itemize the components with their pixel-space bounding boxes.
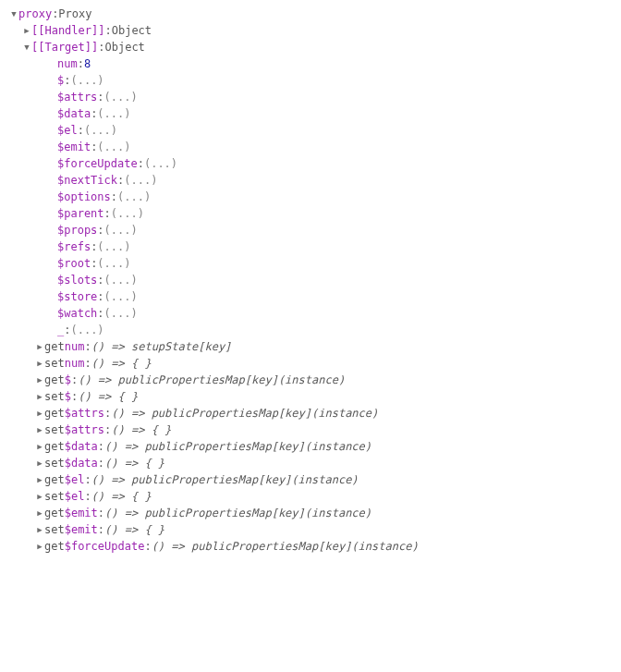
tree-row-accessor[interactable]: ▶set $data: () => { } <box>9 455 612 471</box>
tree-row-accessor[interactable]: ▶set $el: () => { } <box>9 488 612 505</box>
accessor-name: $emit <box>65 521 98 538</box>
tree-row-num[interactable]: num : 8 <box>9 55 612 72</box>
prop-ellipsis[interactable]: (...) <box>117 189 151 205</box>
accessor-name: $emit <box>65 505 98 521</box>
tree-row-accessor[interactable]: ▶set $attrs: () => { } <box>9 422 612 438</box>
prop-ellipsis[interactable]: (...) <box>84 122 117 139</box>
colon: : <box>104 205 111 222</box>
tree-row[interactable]: $root: (...) <box>9 255 612 272</box>
colon: : <box>98 455 104 471</box>
prop-ellipsis[interactable]: (...) <box>104 89 138 105</box>
tree-row[interactable]: $forceUpdate: (...) <box>9 155 612 172</box>
colon: : <box>111 189 117 205</box>
tree-row[interactable]: $options: (...) <box>9 189 612 205</box>
expand-right-icon[interactable]: ▶ <box>35 538 44 555</box>
expand-right-icon[interactable]: ▶ <box>35 438 44 455</box>
prop-ellipsis[interactable]: (...) <box>97 139 130 155</box>
accessor-fn: () => { } <box>78 388 138 405</box>
tree-row[interactable]: $attrs: (...) <box>9 89 612 105</box>
tree-row[interactable]: $parent: (...) <box>9 205 612 222</box>
prop-key: $parent <box>57 205 104 222</box>
prop-key: $nextTick <box>57 172 117 189</box>
expand-right-icon[interactable]: ▶ <box>35 405 44 422</box>
prop-ellipsis[interactable]: (...) <box>97 238 130 255</box>
expand-right-icon[interactable]: ▶ <box>35 388 44 405</box>
tree-row-target[interactable]: ▼ [[Target]] : Object <box>9 39 612 55</box>
tree-row[interactable]: $props: (...) <box>9 222 612 238</box>
tree-row[interactable]: $refs: (...) <box>9 238 612 255</box>
prop-ellipsis[interactable]: (...) <box>97 255 130 272</box>
expand-right-icon[interactable]: ▶ <box>35 338 44 355</box>
prop-ellipsis[interactable]: (...) <box>144 155 177 172</box>
accessor-kind: set <box>44 388 65 405</box>
colon: : <box>64 322 70 338</box>
prop-ellipsis[interactable]: (...) <box>104 288 138 305</box>
tree-row-proxy[interactable]: ▼ proxy : Proxy <box>9 6 612 22</box>
prop-key: $el <box>57 122 78 139</box>
tree-row[interactable]: _: (...) <box>9 322 612 338</box>
tree-row[interactable]: $nextTick: (...) <box>9 172 612 189</box>
tree-row-accessor[interactable]: ▶set $emit: () => { } <box>9 521 612 538</box>
tree-row-accessor[interactable]: ▶set num: () => { } <box>9 355 612 372</box>
tree-row-accessor[interactable]: ▶get $forceUpdate: () => publicPropertie… <box>9 538 612 555</box>
tree-row[interactable]: $data: (...) <box>9 105 612 122</box>
tree-row[interactable]: $slots: (...) <box>9 272 612 288</box>
expand-right-icon[interactable]: ▶ <box>35 488 44 505</box>
colon: : <box>97 272 104 288</box>
tree-row-accessor[interactable]: ▶get $el: () => publicPropertiesMap[key]… <box>9 471 612 488</box>
expand-right-icon[interactable]: ▶ <box>35 471 44 488</box>
prop-type: Object <box>112 22 152 39</box>
tree-row[interactable]: $watch: (...) <box>9 305 612 322</box>
prop-ellipsis[interactable]: (...) <box>124 172 157 189</box>
prop-key: $options <box>57 189 111 205</box>
accessor-fn: () => publicPropertiesMap[key](instance) <box>152 538 419 555</box>
expand-right-icon[interactable]: ▶ <box>35 372 44 388</box>
tree-row-accessor[interactable]: ▶get $attrs: () => publicPropertiesMap[k… <box>9 405 612 422</box>
accessor-name: $attrs <box>65 405 104 422</box>
tree-row-accessor[interactable]: ▶get $data: () => publicPropertiesMap[ke… <box>9 438 612 455</box>
colon: : <box>64 72 70 89</box>
colon: : <box>91 255 97 272</box>
prop-key: $watch <box>57 305 97 322</box>
tree-row-accessor[interactable]: ▶get $: () => publicPropertiesMap[key](i… <box>9 372 612 388</box>
prop-key: $attrs <box>57 89 97 105</box>
expand-right-icon[interactable]: ▶ <box>35 422 44 438</box>
expand-right-icon[interactable]: ▶ <box>35 505 44 521</box>
colon: : <box>71 372 78 388</box>
tree-row[interactable]: $el: (...) <box>9 122 612 139</box>
accessor-list: ▶get num: () => setupState[key]▶set num:… <box>9 338 612 555</box>
expand-right-icon[interactable]: ▶ <box>22 22 31 39</box>
accessor-name: $forceUpdate <box>65 538 145 555</box>
colon: : <box>91 139 97 155</box>
accessor-kind: set <box>44 488 65 505</box>
prop-ellipsis[interactable]: (...) <box>104 222 138 238</box>
prop-ellipsis[interactable]: (...) <box>70 72 104 89</box>
tree-row-handler[interactable]: ▶ [[Handler]] : Object <box>9 22 612 39</box>
expand-down-icon[interactable]: ▼ <box>22 39 31 55</box>
prop-ellipsis[interactable]: (...) <box>97 105 130 122</box>
prop-ellipsis[interactable]: (...) <box>104 272 138 288</box>
prop-ellipsis[interactable]: (...) <box>70 322 104 338</box>
tree-row[interactable]: $: (...) <box>9 72 612 89</box>
expand-right-icon[interactable]: ▶ <box>35 521 44 538</box>
accessor-fn: () => { } <box>91 355 152 372</box>
tree-row-accessor[interactable]: ▶get num: () => setupState[key] <box>9 338 612 355</box>
expand-right-icon[interactable]: ▶ <box>35 455 44 471</box>
prop-key: $ <box>57 72 64 89</box>
prop-key: $props <box>57 222 97 238</box>
accessor-kind: set <box>44 422 65 438</box>
tree-row[interactable]: $emit: (...) <box>9 139 612 155</box>
tree-row-accessor[interactable]: ▶get $emit: () => publicPropertiesMap[ke… <box>9 505 612 521</box>
prop-ellipsis[interactable]: (...) <box>111 205 144 222</box>
expand-right-icon[interactable]: ▶ <box>35 355 44 372</box>
colon: : <box>138 155 144 172</box>
accessor-name: num <box>65 338 85 355</box>
tree-row-accessor[interactable]: ▶set $: () => { } <box>9 388 612 405</box>
ellipsis-props-list: $: (...)$attrs: (...)$data: (...)$el: (.… <box>9 72 612 338</box>
colon: : <box>97 288 104 305</box>
prop-ellipsis[interactable]: (...) <box>104 305 138 322</box>
tree-row[interactable]: $store: (...) <box>9 288 612 305</box>
expand-down-icon[interactable]: ▼ <box>9 6 18 22</box>
accessor-kind: get <box>44 372 65 388</box>
accessor-kind: get <box>44 505 65 521</box>
